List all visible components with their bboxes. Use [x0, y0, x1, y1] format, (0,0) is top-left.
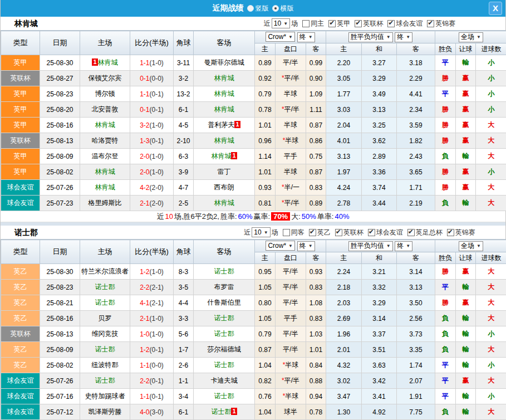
cell-handicap-line: *半球 — [276, 358, 306, 373]
cell-home-team: 林肯城 — [80, 118, 130, 133]
match-count-select[interactable]: 10▼ — [252, 227, 270, 237]
cell-score: 2-0(1-0) — [130, 149, 174, 164]
league-checkbox-英乙[interactable] — [309, 229, 316, 236]
cell-date: 25-08-20 — [40, 102, 80, 118]
cell-handicap-home-odds: 1.05 — [255, 280, 276, 295]
home-team-name: 北安普敦 — [92, 105, 119, 113]
league-checkbox-英联杯[interactable] — [355, 20, 362, 27]
cell-date: 25-07-12 — [40, 404, 80, 420]
cell-handicap-line: 半球 — [276, 86, 306, 102]
cell-avg-win: 2.69 — [326, 311, 362, 326]
table-row: 球会友谊25-07-23格里姆斯比2-1(2-0)2-5林肯城0.81*平/半0… — [1, 196, 506, 211]
half-time-score: (0-1) — [150, 137, 164, 145]
half-time-score: (1-0) — [150, 59, 164, 67]
cell-avg-lose: 3.13 — [397, 280, 435, 295]
filter-jin-label: 近 — [244, 228, 250, 237]
same-venue-checkbox[interactable] — [283, 229, 290, 236]
cell-avg-lose: 3.59 — [397, 118, 435, 133]
league-checkbox-英锦赛[interactable] — [427, 20, 434, 27]
cell-score: 1-1(0-1) — [130, 86, 174, 102]
titlebar: 近期战绩 竖版 横版 X — [1, 0, 505, 17]
recent-results-popup: 近期战绩 竖版 横版 X 林肯城近10▼场同主英甲英联杯球会友谊英锦赛类型日期主… — [0, 0, 506, 420]
summary-part: 场,胜6平2负2, — [174, 212, 219, 222]
table-row: 英甲25-08-16林肯城3-2(1-0)4-5普利茅夫11.01半球0.872… — [1, 118, 506, 133]
cell-avg-win: 3.47 — [326, 389, 362, 404]
cell-handicap-line: 平手 — [276, 149, 306, 164]
cell-handicap-away-odds: 0.78 — [306, 404, 326, 420]
handicap-text: 球半 — [284, 408, 297, 416]
table-row: 英乙25-08-30特兰米尔流浪者1-2(1-0)8-3诺士郡0.95平/半0.… — [1, 264, 506, 280]
summary-part: 近 — [156, 212, 164, 222]
layout-radio-horizontal[interactable]: 横版 — [272, 4, 294, 13]
scope-select[interactable]: 全场▼ — [459, 32, 483, 42]
cell-home-team: 凯泽斯劳滕 — [80, 404, 130, 420]
league-label: 英锦赛 — [435, 19, 455, 28]
cell-away-team: 林肯城 — [194, 71, 255, 86]
cell-handicap-result: 赢 — [456, 180, 476, 196]
odds-time-select[interactable]: 终▼ — [297, 241, 315, 251]
cell-avg-lose: 2.29 — [397, 71, 435, 86]
column-header-日期: 日期 — [40, 31, 80, 55]
avg-odds-select[interactable]: 胜平负均值▼ — [348, 241, 393, 251]
cell-handicap-result: 輸 — [456, 389, 476, 404]
league-checkbox-英锦赛[interactable] — [447, 229, 454, 236]
avg-odds-select-label: 胜平负均值 — [351, 241, 384, 251]
cell-away-team: 诺士郡 — [194, 311, 255, 326]
cell-result: 勝 — [435, 295, 456, 311]
scope-select[interactable]: 全场▼ — [459, 241, 483, 251]
scope-group: 全场▼ — [435, 240, 506, 252]
cell-handicap-line: 平/半 — [276, 280, 306, 295]
cell-result: 勝 — [435, 71, 456, 86]
radio-vertical-icon[interactable] — [247, 5, 254, 12]
chevron-down-icon: ▼ — [386, 35, 391, 40]
cell-league-type: 球会友谊 — [1, 404, 40, 420]
cell-avg-draw: 3.13 — [362, 102, 397, 118]
cell-home-team: 特兰米尔流浪者 — [80, 264, 130, 280]
away-team-name: 诺士郡 — [214, 361, 234, 369]
cell-avg-draw: 3.27 — [362, 55, 397, 71]
cell-handicap-line: 平/半 — [276, 326, 306, 342]
league-checkbox-球会友谊[interactable] — [387, 20, 395, 27]
column-header-主场: 主场 — [80, 240, 130, 264]
away-team-name: 林肯城 — [214, 74, 234, 82]
avg-time-select[interactable]: 终▼ — [395, 32, 412, 42]
cell-league-type: 英联杯 — [1, 71, 40, 86]
avg-time-select-label: 终 — [397, 241, 404, 251]
layout-radio-vertical[interactable]: 竖版 — [247, 4, 269, 13]
cell-avg-draw: 3.42 — [362, 373, 397, 389]
odds-company-select[interactable]: Crow*▼ — [266, 32, 295, 42]
league-checkbox-球会友谊[interactable] — [368, 229, 375, 236]
results-table-2: 类型日期主场比分(半场)角球客场Crow*▼ 终▼胜平负均值▼ 终▼全场▼主盘口… — [1, 240, 506, 420]
handicap-text: 平/半 — [283, 330, 298, 338]
summary-part: 10 — [165, 212, 173, 221]
odds-time-select[interactable]: 终▼ — [297, 32, 315, 42]
avg-odds-select[interactable]: 胜平负均值▼ — [348, 32, 393, 42]
cell-corners: 6-1 — [174, 404, 194, 420]
cell-avg-win: 4.32 — [326, 358, 362, 373]
cell-result: 勝 — [435, 118, 456, 133]
avg-time-select[interactable]: 终▼ — [395, 241, 412, 251]
filter-bar: 近10▼场同主英甲英联杯球会友谊英锦赛 — [215, 18, 505, 28]
cell-away-team: 布罗雷 — [194, 280, 255, 295]
league-checkbox-英足总杯[interactable] — [407, 229, 415, 236]
cell-handicap-home-odds: 0.81 — [255, 196, 276, 211]
cell-over-under: 大 — [476, 404, 506, 420]
radio-horizontal-icon[interactable] — [272, 5, 279, 12]
league-checkbox-英甲[interactable] — [328, 20, 336, 27]
cell-handicap-result: 輸 — [456, 280, 476, 295]
away-team-name: 诺士郡 — [214, 330, 234, 338]
home-team-name: 纽波特郡 — [92, 361, 119, 369]
league-label: 球会友谊 — [376, 228, 403, 237]
cell-handicap-away-odds: 0.94 — [306, 389, 326, 404]
cell-league-type: 英乙 — [1, 280, 40, 295]
same-venue-checkbox[interactable] — [302, 20, 310, 27]
cell-date: 25-08-30 — [40, 264, 80, 280]
cell-league-type: 球会友谊 — [1, 389, 40, 404]
close-icon[interactable]: X — [489, 2, 502, 15]
cell-score: 4-1(2-1) — [130, 295, 174, 311]
odds-company-select[interactable]: Crow*▼ — [266, 241, 295, 251]
cell-avg-win: 1.30 — [326, 404, 362, 420]
match-count-select[interactable]: 10▼ — [272, 18, 290, 28]
full-time-score: 1-2 — [140, 346, 149, 354]
league-checkbox-英联杯[interactable] — [335, 229, 342, 236]
